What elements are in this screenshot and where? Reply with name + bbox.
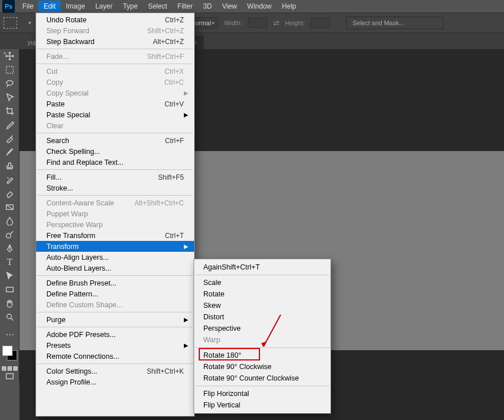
menu-item[interactable]: Perspective <box>194 323 330 334</box>
lasso-tool-icon[interactable] <box>0 77 19 90</box>
menu-item-shortcut: Shift+F5 <box>158 173 184 181</box>
menu-item[interactable]: Transform▶ <box>36 241 194 252</box>
eraser-tool-icon[interactable] <box>0 187 19 200</box>
menu-view[interactable]: View <box>217 1 242 12</box>
menu-item[interactable]: Fill...Shift+F5 <box>36 172 194 183</box>
menu-image[interactable]: Image <box>61 1 90 12</box>
tool-preset-arrow-icon[interactable]: ▼ <box>27 21 32 26</box>
width-label: Width: <box>224 19 242 26</box>
menu-item[interactable]: Adobe PDF Presets... <box>36 329 194 340</box>
menu-item-label: Distort <box>203 313 224 321</box>
menu-item[interactable]: Rotate 90° Clockwise <box>194 361 330 373</box>
rectangle-tool-icon[interactable] <box>0 283 19 296</box>
menu-item: CutCtrl+X <box>36 66 194 77</box>
menu-item: Step ForwardShift+Ctrl+Z <box>36 25 194 36</box>
pen-tool-icon[interactable] <box>0 241 19 255</box>
menu-item[interactable]: Assign Profile... <box>36 377 194 387</box>
menu-item[interactable]: Free TransformCtrl+T <box>36 230 194 241</box>
history-brush-tool-icon[interactable] <box>0 173 19 187</box>
menu-item[interactable]: Check Spelling... <box>36 146 194 157</box>
menu-item[interactable]: Stroke... <box>36 183 194 193</box>
select-and-mask-button[interactable]: Select and Mask... <box>346 17 443 29</box>
menu-item-label: Content-Aware Scale <box>46 199 114 207</box>
menu-file[interactable]: File <box>17 1 38 12</box>
menu-item[interactable]: Distort <box>194 311 330 323</box>
zoom-tool-icon[interactable] <box>0 310 19 324</box>
menu-item-label: Fade... <box>46 53 69 61</box>
menu-item[interactable]: Step BackwardAlt+Ctrl+Z <box>36 36 194 47</box>
menu-item[interactable]: Rotate 90° Counter Clockwise <box>194 373 330 384</box>
menu-item-shortcut: Ctrl+Z <box>165 16 184 24</box>
menu-edit[interactable]: Edit <box>38 1 61 12</box>
height-input[interactable] <box>310 18 330 28</box>
menu-select[interactable]: Select <box>143 1 172 12</box>
crop-tool-icon[interactable] <box>0 104 19 118</box>
tool-preset-icon[interactable] <box>3 17 17 29</box>
menu-item-label: Auto-Align Layers... <box>46 253 109 261</box>
menu-item[interactable]: Paste Special▶ <box>36 109 194 120</box>
menu-filter[interactable]: Filter <box>172 1 198 12</box>
brush-tool-icon[interactable] <box>0 145 19 159</box>
menu-item-label: Search <box>46 137 69 145</box>
menu-item[interactable]: Flip Horizontal <box>194 388 330 399</box>
svg-line-2 <box>6 205 13 209</box>
menu-item-label: Rotate <box>203 290 225 298</box>
menu-item-label: Define Custom Shape... <box>46 301 123 309</box>
menu-item[interactable]: Skew <box>194 300 330 311</box>
menu-item[interactable]: Remote Connections... <box>36 351 194 362</box>
submenu-arrow-icon: ▶ <box>184 316 188 323</box>
blur-tool-icon[interactable] <box>0 214 19 228</box>
menu-item[interactable]: Rotate <box>194 288 330 300</box>
menu-item[interactable]: Presets▶ <box>36 340 194 351</box>
hand-tool-icon[interactable] <box>0 296 19 310</box>
quick-selection-tool-icon[interactable] <box>0 90 19 104</box>
menu-item-label: Stroke... <box>46 184 73 192</box>
menu-item-shortcut: Ctrl+C <box>164 78 184 86</box>
menu-item: CopyCtrl+C <box>36 77 194 88</box>
width-input[interactable] <box>248 18 267 28</box>
menu-item[interactable]: Flip Vertical <box>194 399 330 411</box>
menu-item: Perspective Warp <box>36 219 194 230</box>
screen-mode-toggle-icon[interactable] <box>0 371 19 382</box>
menu-item[interactable]: Auto-Align Layers... <box>36 252 194 263</box>
gradient-tool-icon[interactable] <box>0 200 19 214</box>
eyedropper-tool-icon[interactable] <box>0 118 19 132</box>
menu-item[interactable]: AgainShift+Ctrl+T <box>194 261 330 273</box>
menu-item[interactable]: Find and Replace Text... <box>36 157 194 168</box>
menu-item-label: Adobe PDF Presets... <box>46 331 116 339</box>
svg-point-3 <box>6 233 11 238</box>
menu-item[interactable]: Define Brush Preset... <box>36 278 194 288</box>
menu-window[interactable]: Window <box>242 1 277 12</box>
menu-item-label: Check Spelling... <box>46 148 100 156</box>
path-selection-tool-icon[interactable] <box>0 269 19 283</box>
menu-layer[interactable]: Layer <box>90 1 117 12</box>
stamp-tool-icon[interactable] <box>0 159 19 173</box>
menu-item[interactable]: Color Settings...Shift+Ctrl+K <box>36 366 194 377</box>
menu-item[interactable]: Define Pattern... <box>36 288 194 299</box>
menu-item[interactable]: Undo RotateCtrl+Z <box>36 14 194 25</box>
healing-brush-tool-icon[interactable] <box>0 132 19 145</box>
svg-rect-0 <box>6 66 13 73</box>
menu-item[interactable]: SearchCtrl+F <box>36 135 194 146</box>
menu-item[interactable]: Auto-Blend Layers... <box>36 263 194 274</box>
menu-item: Fade...Shift+Ctrl+F <box>36 51 194 62</box>
menu-3d[interactable]: 3D <box>198 1 216 12</box>
menu-item-label: Perspective <box>203 324 241 332</box>
menu-item-label: Define Pattern... <box>46 290 98 298</box>
menu-item-shortcut: Alt+Shift+Ctrl+C <box>135 199 184 207</box>
swap-wh-icon[interactable]: ⇄ <box>273 19 279 27</box>
menu-item-label: Color Settings... <box>46 367 97 375</box>
menu-type[interactable]: Type <box>117 1 143 12</box>
color-swatches[interactable] <box>0 343 19 363</box>
foreground-swatch[interactable] <box>2 346 13 356</box>
edit-toolbar-icon[interactable]: ⋯ <box>0 327 19 341</box>
menu-help[interactable]: Help <box>277 1 301 12</box>
screen-mode-icon[interactable] <box>0 366 19 371</box>
menu-item[interactable]: Scale <box>194 277 330 288</box>
menu-item[interactable]: PasteCtrl+V <box>36 98 194 109</box>
dodge-tool-icon[interactable] <box>0 228 19 241</box>
menu-item[interactable]: Purge▶ <box>36 314 194 325</box>
marquee-tool-icon[interactable] <box>0 63 19 77</box>
type-tool-icon[interactable]: T <box>0 255 19 269</box>
transform-submenu: AgainShift+Ctrl+TScaleRotateSkewDistortP… <box>194 259 331 414</box>
